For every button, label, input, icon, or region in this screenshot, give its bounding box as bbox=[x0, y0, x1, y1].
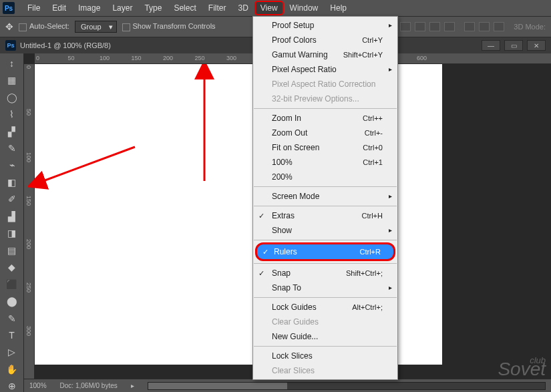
close-button[interactable]: ✕ bbox=[527, 40, 546, 51]
tool-14[interactable]: ⬤ bbox=[5, 295, 19, 307]
menu-item-show[interactable]: Show bbox=[253, 223, 397, 238]
tool-18[interactable]: ✋ bbox=[5, 363, 19, 375]
menu-file[interactable]: File bbox=[21, 1, 46, 15]
menu-item-200-[interactable]: 200% bbox=[253, 170, 397, 184]
app-logo: Ps bbox=[3, 2, 15, 14]
doc-size-arrow-icon[interactable]: ▸ bbox=[131, 382, 134, 389]
menu-item-pixel-aspect-ratio-correction: Pixel Aspect Ratio Correction bbox=[253, 77, 397, 91]
menu-item-clear-slices: Clear Slices bbox=[253, 363, 397, 378]
menu-help[interactable]: Help bbox=[324, 1, 353, 15]
menu-image[interactable]: Image bbox=[72, 1, 106, 15]
menu-select[interactable]: Select bbox=[168, 1, 202, 15]
menu-item-proof-colors[interactable]: Proof ColorsCtrl+Y bbox=[253, 33, 397, 47]
align-icons[interactable] bbox=[400, 22, 455, 31]
menu-window[interactable]: Window bbox=[284, 1, 325, 15]
tool-2[interactable]: ◯ bbox=[5, 91, 19, 103]
tool-15[interactable]: ✎ bbox=[5, 313, 19, 324]
menu-item-pixel-aspect-ratio[interactable]: Pixel Aspect Ratio bbox=[253, 62, 397, 77]
menu-item-extras[interactable]: ExtrasCtrl+H bbox=[253, 208, 397, 223]
distribute-icons[interactable] bbox=[464, 22, 504, 31]
menu-item-snap-to[interactable]: Snap To bbox=[253, 280, 397, 295]
tools-panel: ↕▦◯⌇▞✎⌁◧✐▟◨▤◆⬛⬤✎T▷✋⊕ bbox=[0, 53, 24, 392]
menu-item-100-[interactable]: 100%Ctrl+1 bbox=[253, 155, 397, 170]
move-tool-icon: ✥ bbox=[5, 21, 13, 32]
menu-item-fit-on-screen[interactable]: Fit on ScreenCtrl+0 bbox=[253, 140, 397, 155]
view-menu-dropdown: Proof SetupProof ColorsCtrl+YGamut Warni… bbox=[252, 16, 398, 380]
tool-16[interactable]: T bbox=[5, 329, 19, 341]
tool-0[interactable]: ↕ bbox=[5, 57, 19, 69]
show-transform-checkbox[interactable]: Show Transform Controls bbox=[122, 22, 216, 31]
tool-10[interactable]: ◨ bbox=[5, 228, 19, 239]
menu-item-lock-guides[interactable]: Lock GuidesAlt+Ctrl+; bbox=[253, 300, 397, 315]
tool-1[interactable]: ▦ bbox=[5, 74, 19, 85]
tool-3[interactable]: ⌇ bbox=[5, 108, 19, 120]
menu-item-32-bit-preview-options-: 32-bit Preview Options... bbox=[253, 91, 397, 106]
zoom-level[interactable]: 100% bbox=[29, 382, 47, 389]
tool-4[interactable]: ▞ bbox=[5, 126, 19, 137]
tool-6[interactable]: ⌁ bbox=[5, 160, 19, 171]
tool-17[interactable]: ▷ bbox=[5, 347, 19, 358]
tool-9[interactable]: ▟ bbox=[5, 210, 19, 222]
tool-12[interactable]: ◆ bbox=[5, 261, 19, 272]
tool-13[interactable]: ⬛ bbox=[5, 278, 19, 290]
horizontal-scrollbar[interactable] bbox=[148, 382, 546, 390]
tool-11[interactable]: ▤ bbox=[5, 244, 19, 256]
menu-3d[interactable]: 3D bbox=[232, 1, 254, 15]
doc-size: Doc: 1,06M/0 bytes bbox=[60, 382, 118, 389]
menu-edit[interactable]: Edit bbox=[46, 1, 72, 15]
menu-item-screen-mode[interactable]: Screen Mode bbox=[253, 189, 397, 204]
tool-19[interactable]: ⊕ bbox=[5, 381, 19, 392]
menu-view[interactable]: View bbox=[254, 1, 284, 15]
restore-button[interactable]: ▭ bbox=[504, 40, 523, 51]
menu-item-zoom-in[interactable]: Zoom InCtrl++ bbox=[253, 111, 397, 126]
menu-item-lock-slices[interactable]: Lock Slices bbox=[253, 349, 397, 363]
auto-select-checkbox[interactable]: Auto-Select: bbox=[19, 22, 69, 31]
tool-7[interactable]: ◧ bbox=[5, 176, 19, 188]
3d-mode-label: 3D Mode: bbox=[514, 23, 546, 31]
menu-item-snap[interactable]: SnapShift+Ctrl+; bbox=[253, 266, 397, 280]
status-bar: 100% Doc: 1,06M/0 bytes ▸ bbox=[24, 379, 551, 392]
menu-filter[interactable]: Filter bbox=[202, 1, 232, 15]
group-dropdown[interactable]: Group bbox=[75, 21, 117, 33]
minimize-button[interactable]: — bbox=[482, 40, 500, 51]
menu-item-proof-setup[interactable]: Proof Setup bbox=[253, 18, 397, 33]
doc-logo: Ps bbox=[5, 40, 16, 51]
vertical-ruler[interactable]: 050100150200250300 bbox=[24, 64, 35, 379]
menu-item-new-guide-[interactable]: New Guide... bbox=[253, 329, 397, 344]
menu-item-gamut-warning[interactable]: Gamut WarningShift+Ctrl+Y bbox=[253, 47, 397, 62]
menu-layer[interactable]: Layer bbox=[106, 1, 138, 15]
watermark: club Sovet bbox=[498, 355, 546, 380]
tool-8[interactable]: ✐ bbox=[5, 194, 19, 205]
menu-bar: Ps FileEditImageLayerTypeSelectFilter3DV… bbox=[0, 0, 551, 16]
menu-item-rulers[interactable]: RulersCtrl+R bbox=[255, 242, 395, 261]
tool-5[interactable]: ✎ bbox=[5, 142, 19, 154]
menu-item-zoom-out[interactable]: Zoom OutCtrl+- bbox=[253, 126, 397, 140]
document-title: Untitled-1 @ 100% (RGB/8) bbox=[20, 41, 111, 49]
menu-item-clear-guides: Clear Guides bbox=[253, 315, 397, 329]
menu-type[interactable]: Type bbox=[138, 1, 168, 15]
